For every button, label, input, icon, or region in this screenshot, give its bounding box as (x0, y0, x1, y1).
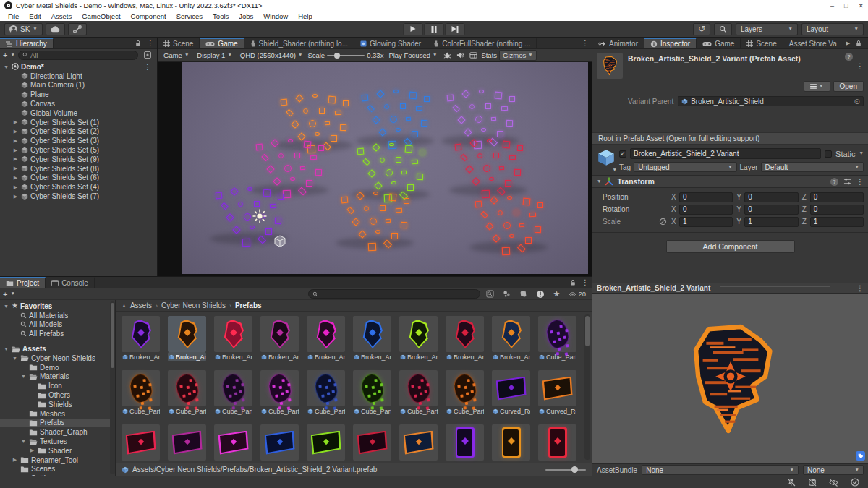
project-tree-item[interactable]: ▶Renamer_Tool (0, 455, 115, 465)
undo-history-button[interactable]: ↺ (693, 23, 710, 35)
menu-file[interactable]: File (3, 12, 24, 20)
asset-tile[interactable]: Cube_Partic... (446, 370, 484, 416)
menu-assets[interactable]: Assets (46, 12, 77, 20)
hierarchy-item[interactable]: ▶Cyber Shields Set (5) (0, 145, 157, 155)
panel-menu-icon[interactable]: ⋮ (579, 38, 592, 48)
scale-slider[interactable] (327, 55, 365, 56)
assetbundle-variant-dropdown[interactable]: None▼ (803, 465, 864, 475)
hierarchy-item[interactable]: ▶Cyber Shields Set (8) (0, 164, 157, 174)
tab-glowing-shader[interactable]: Glowing Shader (354, 38, 427, 48)
layer-dropdown[interactable]: Default▼ (761, 162, 864, 172)
project-tree-item[interactable]: ▼Textures (0, 437, 115, 446)
scrollbar-thumb[interactable] (585, 316, 590, 346)
layers-dropdown[interactable]: Layers▼ (736, 23, 798, 35)
asset-tile[interactable] (446, 424, 484, 463)
asset-tile[interactable] (538, 424, 576, 463)
asset-tile[interactable]: Broken_Art... (446, 316, 484, 361)
picker-icon[interactable] (141, 51, 154, 59)
hierarchy-item[interactable]: Main Camera (1) (0, 81, 157, 90)
constrain-proportions-icon[interactable] (658, 218, 668, 226)
debug-icon[interactable] (442, 51, 453, 59)
asset-tile[interactable]: Cube_Partic... (260, 370, 299, 416)
hierarchy-item[interactable]: ▶Cyber Shields Set (2) (0, 127, 157, 137)
account-button[interactable]: SK ▼ (4, 23, 43, 35)
tab-animator[interactable]: Animator (592, 38, 644, 48)
menu-component[interactable]: Component (126, 12, 171, 20)
transform-value-field[interactable]: 1 (810, 217, 864, 227)
project-search-input[interactable] (308, 289, 480, 299)
game-viewport[interactable] (158, 62, 592, 276)
asset-tile[interactable] (492, 424, 530, 463)
status-check-icon[interactable] (848, 478, 862, 487)
context-menu-icon[interactable]: ⋮ (856, 53, 864, 79)
close-button[interactable]: ✕ (858, 2, 864, 9)
foldout-icon[interactable]: ▶ (12, 184, 19, 190)
hierarchy-item[interactable]: Global Volume (0, 108, 157, 118)
project-tree-item[interactable]: ▼Cyber Neon Shields (0, 354, 115, 363)
project-tree-item[interactable]: ▼Assets (0, 344, 115, 354)
hierarchy-item[interactable]: Directional Light (0, 72, 157, 81)
favorites-icon[interactable]: ★ (550, 289, 563, 299)
maximize-button[interactable]: □ (844, 2, 848, 9)
project-tree-item[interactable]: Others (0, 390, 115, 400)
minimize-button[interactable]: – (830, 2, 834, 9)
foldout-icon[interactable]: ▼ (3, 64, 9, 69)
project-tree-item[interactable]: Icon (0, 381, 115, 390)
tab-colorfullshader-nothing[interactable]: ColorFullShader (nothing ... (427, 38, 537, 48)
variant-parent-field[interactable]: Broken_Artistic_Shield ⊙ (678, 96, 864, 106)
stats-button[interactable]: Stats (481, 51, 497, 59)
asset-tile[interactable]: Cube_Partic... (538, 316, 576, 361)
asset-tile[interactable]: Broken_Art... (399, 316, 438, 361)
tab-shield-shader-nothing-lo[interactable]: Shield_Shader (nothing lo... (244, 38, 354, 48)
menu-gameobject[interactable]: GameObject (77, 12, 125, 20)
foldout-icon[interactable]: ▶ (12, 129, 19, 134)
tab-game[interactable]: Game (697, 38, 741, 48)
prefab-cube-gizmo-icon[interactable] (273, 234, 287, 250)
display-dropdown[interactable]: Display 1▼ (194, 51, 235, 60)
project-tree-item[interactable]: All Prefabs (0, 329, 115, 338)
pause-button[interactable] (425, 23, 444, 35)
tab-scene[interactable]: Scene (158, 38, 200, 48)
used-by-icon[interactable] (533, 290, 548, 299)
panel-menu-icon[interactable]: ⋮ (144, 38, 157, 48)
breadcrumb-item[interactable]: Cyber Neon Shields (161, 301, 226, 309)
create-button[interactable]: + (3, 290, 7, 299)
cache-disabled-icon[interactable] (805, 478, 820, 487)
asset-tile[interactable]: Broken_Art... (122, 316, 160, 361)
open-prefab-button[interactable]: Open (833, 81, 864, 92)
tab-scene[interactable]: Scene (741, 38, 783, 48)
transform-value-field[interactable]: 0 (810, 205, 864, 215)
breadcrumb-item[interactable]: Assets (130, 301, 152, 309)
preview-canvas[interactable] (592, 294, 868, 463)
project-tree-item[interactable]: Meshes (0, 409, 115, 419)
foldout-icon[interactable]: ▼ (20, 374, 27, 379)
thumbnail-size-slider[interactable] (545, 469, 586, 471)
project-tree-item[interactable]: All Materials (0, 311, 115, 320)
tab-console[interactable]: Console (46, 277, 95, 288)
version-control-button[interactable] (68, 23, 87, 35)
foldout-icon[interactable]: ▶ (12, 194, 19, 200)
preview-drag-handle[interactable] (720, 286, 830, 290)
help-icon[interactable]: ? (845, 53, 853, 61)
transform-value-field[interactable]: 1 (679, 217, 733, 227)
hierarchy-item[interactable]: ▶Cyber Shields Set (6) (0, 174, 157, 183)
preview-menu-icon[interactable]: ⋮ (856, 284, 864, 292)
create-button[interactable]: + (3, 51, 7, 59)
asset-tile[interactable]: Curved_Re... (492, 370, 530, 416)
object-picker-icon[interactable]: ⊙ (854, 98, 860, 106)
menu-window[interactable]: Window (258, 12, 293, 20)
static-checkbox[interactable] (825, 150, 832, 158)
project-tree-item[interactable]: All Models (0, 320, 115, 330)
asset-tile[interactable]: Broken_Art... (353, 316, 391, 361)
asset-tile[interactable] (168, 424, 206, 463)
hierarchy-item[interactable]: ▶Cyber Shields Set (7) (0, 192, 157, 201)
asset-tile[interactable] (122, 424, 160, 463)
assetbundle-dropdown[interactable]: None▼ (642, 465, 799, 475)
transform-value-field[interactable]: 1 (744, 217, 798, 227)
display-target-dropdown[interactable]: Game▼ (161, 51, 192, 60)
open-in-search-icon[interactable] (483, 290, 497, 298)
gameobject-name-field[interactable]: Broken_Artistic_Shield_2 Variant (630, 148, 821, 159)
menu-edit[interactable]: Edit (24, 12, 46, 20)
project-tree-item[interactable]: Shields (0, 400, 115, 409)
search-button[interactable] (714, 23, 732, 35)
